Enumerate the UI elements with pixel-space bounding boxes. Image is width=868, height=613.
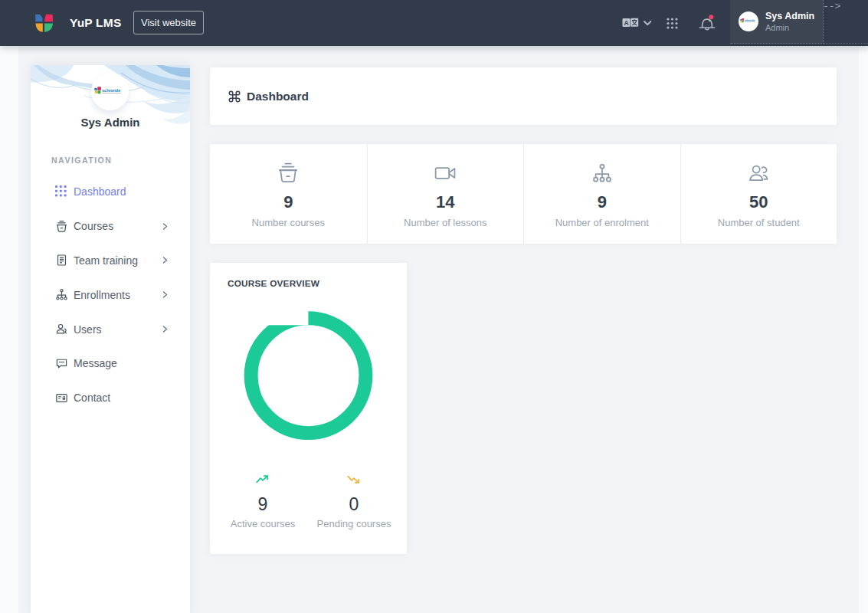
user-name: Sys Admin bbox=[765, 11, 814, 22]
yup-lms-logo-icon[interactable] bbox=[35, 14, 53, 32]
left-margin-strip bbox=[0, 46, 18, 613]
sidebar-item-label: Enrollments bbox=[74, 289, 130, 301]
comment-arrow-artifact: --> bbox=[823, 1, 840, 12]
chevron-right-icon bbox=[162, 326, 169, 333]
sidebar-menu: Dashboard Courses bbox=[31, 175, 190, 415]
grid-dots-icon bbox=[55, 185, 68, 198]
schneide-logo-icon bbox=[94, 87, 126, 97]
language-selector[interactable]: A bbox=[621, 0, 658, 46]
navigation-section-label: NAVIGATION bbox=[51, 156, 112, 165]
top-navbar: YuP LMS Visit website A bbox=[0, 0, 868, 46]
page-title-card: Dashboard bbox=[210, 67, 837, 125]
legend-pending-courses: 0 Pending courses bbox=[308, 474, 400, 529]
stat-number-enrolment[interactable]: 9 Number of enrolment bbox=[523, 144, 680, 244]
sidebar-item-enrollments[interactable]: Enrollments bbox=[31, 277, 190, 312]
stat-value: 9 bbox=[524, 192, 680, 212]
user-role: Admin bbox=[765, 22, 814, 33]
stat-number-student[interactable]: 50 Number of student bbox=[680, 144, 837, 244]
sidebar-item-team-training[interactable]: Team training bbox=[31, 244, 190, 278]
stat-value: 9 bbox=[210, 192, 367, 212]
user-avatar bbox=[739, 11, 758, 31]
sidebar-item-label: Dashboard bbox=[74, 185, 126, 198]
chat-icon bbox=[55, 357, 68, 370]
stat-value: 50 bbox=[681, 192, 837, 212]
chevron-right-icon bbox=[162, 291, 169, 298]
schneide-logo-icon bbox=[740, 18, 758, 25]
notifications-button[interactable] bbox=[697, 0, 717, 46]
stat-label: Number of lessons bbox=[368, 217, 524, 228]
grid-dots-icon bbox=[667, 18, 678, 29]
sidebar-item-label: Team training bbox=[74, 254, 138, 267]
stat-number-lessons[interactable]: 14 Number of lessons bbox=[367, 144, 524, 244]
document-icon bbox=[55, 254, 68, 267]
sidebar-item-message[interactable]: Message bbox=[31, 346, 190, 381]
sidebar-item-label: Contact bbox=[74, 392, 110, 404]
sidebar: Sys Admin NAVIGATION Dashboard bbox=[31, 65, 190, 613]
brand-title[interactable]: YuP LMS bbox=[70, 0, 121, 46]
drawer-icon bbox=[55, 220, 68, 233]
stat-label: Number courses bbox=[210, 217, 367, 228]
page-title: Dashboard bbox=[247, 90, 309, 103]
bell-icon bbox=[697, 13, 717, 33]
stat-number-courses[interactable]: 9 Number courses bbox=[210, 144, 367, 244]
sidebar-item-users[interactable]: Users bbox=[31, 312, 190, 346]
sitemap-icon bbox=[55, 288, 68, 301]
legend-label: Pending courses bbox=[308, 518, 400, 529]
stat-label: Number of student bbox=[681, 217, 837, 228]
users-icon bbox=[681, 162, 837, 184]
dashed-line-artifact bbox=[824, 43, 868, 44]
sidebar-item-dashboard[interactable]: Dashboard bbox=[31, 175, 190, 209]
trending-up-icon bbox=[217, 474, 309, 485]
sidebar-item-courses[interactable]: Courses bbox=[31, 209, 190, 244]
course-overview-card: COURSE OVERVIEW 9 Active courses 0 Pendi… bbox=[210, 263, 407, 554]
chevron-right-icon bbox=[162, 223, 169, 230]
visit-website-button[interactable]: Visit website bbox=[133, 11, 204, 34]
user-menu[interactable]: Sys Admin Admin bbox=[730, 0, 824, 44]
sitemap-icon bbox=[524, 162, 680, 184]
legend-value: 0 bbox=[308, 494, 400, 515]
user-icon bbox=[55, 323, 68, 336]
legend-value: 9 bbox=[217, 494, 309, 515]
course-overview-title: COURSE OVERVIEW bbox=[228, 278, 319, 289]
stats-card: 9 Number courses 14 Number of lessons 9 … bbox=[210, 144, 837, 244]
drawer-icon bbox=[210, 162, 367, 184]
sidebar-item-label: Users bbox=[74, 323, 102, 336]
chevron-right-icon bbox=[162, 257, 169, 264]
video-icon bbox=[368, 162, 524, 184]
command-icon bbox=[228, 90, 241, 103]
stat-value: 14 bbox=[368, 192, 524, 212]
legend-label: Active courses bbox=[217, 518, 309, 529]
legend-active-courses: 9 Active courses bbox=[217, 474, 309, 529]
right-margin-strip bbox=[859, 46, 868, 613]
profile-avatar[interactable] bbox=[91, 73, 129, 110]
apps-grid-button[interactable] bbox=[667, 0, 678, 46]
svg-text:A: A bbox=[624, 19, 628, 27]
sidebar-item-label: Message bbox=[74, 357, 117, 369]
stat-label: Number of enrolment bbox=[524, 217, 680, 228]
profile-name: Sys Admin bbox=[31, 116, 190, 129]
translate-icon: A bbox=[621, 14, 658, 32]
trending-down-icon bbox=[308, 474, 400, 485]
contact-card-icon bbox=[55, 392, 68, 405]
notification-badge bbox=[709, 15, 713, 19]
sidebar-item-contact[interactable]: Contact bbox=[31, 381, 190, 415]
course-overview-donut-chart[interactable] bbox=[210, 299, 407, 449]
sidebar-item-label: Courses bbox=[74, 220, 113, 232]
